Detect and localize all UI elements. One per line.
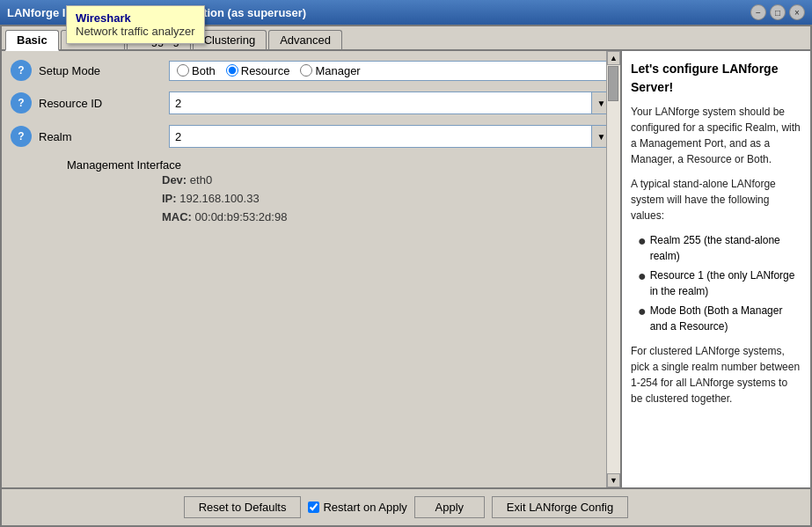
- apply-button[interactable]: Apply: [414, 496, 485, 518]
- main-window: Basic Network Logging Clustering Advance…: [0, 25, 812, 527]
- management-interface-section: Management Interface Dev: eth0 IP: 192.1…: [39, 158, 611, 226]
- dev-line: Dev: eth0: [162, 172, 611, 190]
- restart-on-apply-text: Restart on Apply: [323, 501, 406, 514]
- wireshark-tooltip: Wireshark Network traffic analyzer: [66, 5, 205, 44]
- realm-label: Realm: [39, 130, 162, 143]
- left-panel-scroll: ? Setup Mode Both Resource: [2, 51, 620, 487]
- dev-value: eth0: [190, 173, 212, 187]
- help-title: Let's configure LANforge Server!: [631, 60, 801, 97]
- scroll-thumb[interactable]: [608, 66, 618, 101]
- scroll-up-arrow[interactable]: ▲: [607, 51, 620, 65]
- left-panel-scrollbar[interactable]: ▲ ▼: [606, 51, 620, 487]
- reset-to-defaults-button[interactable]: Reset to Defaults: [184, 496, 302, 518]
- bullet-dot-0: ●: [638, 232, 647, 249]
- tab-advanced[interactable]: Advanced: [268, 30, 342, 49]
- realm-icon: ?: [11, 126, 32, 147]
- ip-value: 192.168.100.33: [179, 192, 259, 205]
- right-panel: Let's configure LANforge Server! Your LA…: [621, 51, 810, 487]
- help-bullet-text-0: Realm 255 (the stand-alone realm): [650, 232, 801, 264]
- radio-manager-input[interactable]: [300, 64, 312, 77]
- help-bullet-2: ● Mode Both (Both a Manager and a Resour…: [638, 303, 801, 334]
- radio-both-label: Both: [192, 64, 216, 77]
- resource-id-label: Resource ID: [39, 97, 162, 110]
- mac-line: MAC: 00:0d:b9:53:2d:98: [162, 209, 611, 227]
- scroll-track: [607, 65, 620, 473]
- help-bullet-0: ● Realm 255 (the stand-alone realm): [638, 232, 801, 264]
- content-area: ? Setup Mode Both Resource: [2, 51, 810, 487]
- left-panel: ? Setup Mode Both Resource: [2, 51, 621, 487]
- setup-mode-radio-group: Both Resource Manager: [169, 61, 611, 81]
- realm-value: 2: [170, 128, 591, 145]
- radio-resource-input[interactable]: [226, 64, 238, 77]
- bottom-bar: Reset to Defaults Restart on Apply Apply…: [2, 487, 810, 525]
- help-paragraph1: Your LANforge system should be configure…: [631, 104, 801, 167]
- help-bullet-text-2: Mode Both (Both a Manager and a Resource…: [650, 303, 801, 334]
- mac-value: 00:0d:b9:53:2d:98: [195, 210, 288, 223]
- realm-row: ? Realm 2 ▼: [11, 125, 611, 148]
- help-bullet-1: ● Resource 1 (the only LANforge in the r…: [638, 267, 801, 299]
- realm-dropdown[interactable]: 2 ▼: [169, 125, 611, 148]
- maximize-button[interactable]: □: [770, 4, 786, 20]
- help-paragraph3: For clustered LANforge systems, pick a s…: [631, 343, 801, 406]
- radio-manager-label: Manager: [315, 64, 360, 77]
- ip-line: IP: 192.168.100.33: [162, 190, 611, 209]
- mac-label: MAC:: [162, 210, 192, 223]
- scroll-down-arrow[interactable]: ▼: [607, 473, 620, 487]
- realm-control: 2 ▼: [169, 125, 611, 148]
- setup-mode-icon: ?: [11, 60, 32, 81]
- tooltip-description: Network traffic analyzer: [76, 25, 195, 38]
- ip-label: IP:: [162, 192, 177, 205]
- resource-id-dropdown[interactable]: 2 ▼: [169, 91, 611, 114]
- restart-on-apply-label[interactable]: Restart on Apply: [308, 501, 406, 514]
- tab-basic[interactable]: Basic: [5, 30, 59, 51]
- exit-button[interactable]: Exit LANforge Config: [492, 496, 628, 518]
- help-paragraph2: A typical stand-alone LANforge system wi…: [631, 176, 801, 223]
- radio-both-input[interactable]: [177, 64, 189, 77]
- setup-mode-label: Setup Mode: [39, 64, 162, 77]
- resource-id-value: 2: [170, 95, 591, 112]
- bullet-dot-1: ●: [638, 267, 647, 284]
- close-button[interactable]: ×: [789, 4, 805, 20]
- network-info-inner: Dev: eth0 IP: 192.168.100.33 MAC: 00:0d:…: [162, 172, 611, 226]
- dev-label: Dev:: [162, 173, 187, 187]
- bullet-dot-2: ●: [638, 303, 647, 319]
- tooltip-title: Wireshark: [76, 11, 195, 25]
- setup-mode-control: Both Resource Manager: [169, 61, 611, 81]
- resource-id-control: 2 ▼: [169, 91, 611, 114]
- setup-mode-row: ? Setup Mode Both Resource: [11, 60, 611, 81]
- help-bullets: ● Realm 255 (the stand-alone realm) ● Re…: [638, 232, 801, 334]
- management-interface-label: Management Interface: [67, 158, 611, 172]
- restart-on-apply-checkbox[interactable]: [308, 501, 319, 513]
- radio-manager[interactable]: Manager: [300, 64, 360, 77]
- title-bar-buttons: − □ ×: [750, 4, 805, 20]
- help-bullet-text-1: Resource 1 (the only LANforge in the rea…: [650, 267, 801, 299]
- radio-resource[interactable]: Resource: [226, 64, 290, 77]
- resource-id-row: ? Resource ID 2 ▼: [11, 91, 611, 114]
- minimize-button[interactable]: −: [750, 4, 766, 20]
- radio-both[interactable]: Both: [177, 64, 216, 77]
- resource-id-icon: ?: [11, 92, 32, 113]
- radio-resource-label: Resource: [241, 64, 290, 77]
